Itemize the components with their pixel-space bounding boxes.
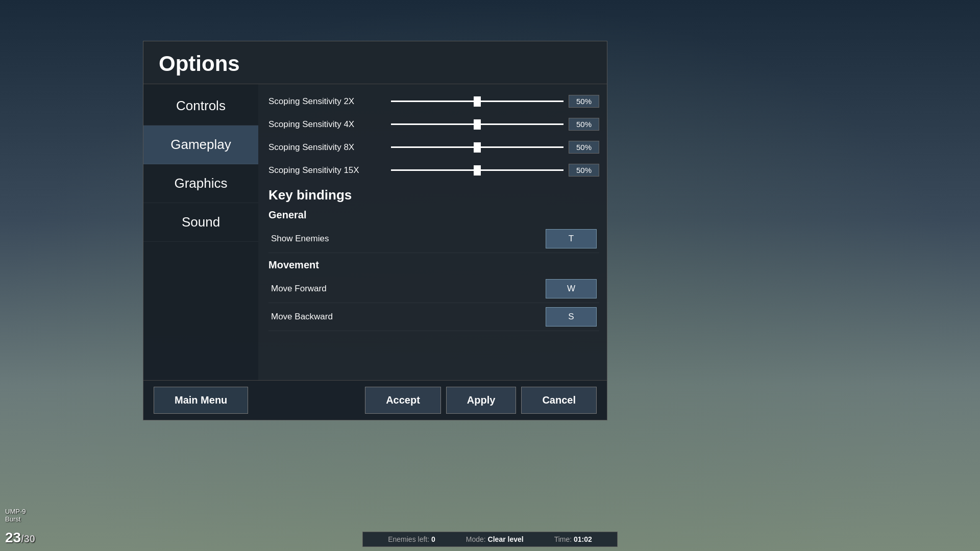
- sidebar-item-graphics[interactable]: Graphics: [143, 164, 258, 203]
- ammo-total: /30: [21, 533, 35, 544]
- hud-center-bar: Enemies left: 0 Mode: Clear level Time: …: [362, 532, 618, 547]
- options-dialog: Options Controls Gameplay Graphics Sound…: [143, 41, 607, 420]
- slider-track-1[interactable]: [391, 123, 564, 125]
- key-button-show-enemies[interactable]: T: [546, 229, 597, 248]
- keybind-row-show-enemies: Show Enemies T: [268, 225, 599, 253]
- slider-thumb-1[interactable]: [474, 119, 481, 130]
- main-menu-button[interactable]: Main Menu: [154, 387, 248, 414]
- slider-row-0: Scoping Sensitivity 2X 50%: [268, 92, 599, 111]
- slider-row-1: Scoping Sensitivity 4X 50%: [268, 115, 599, 134]
- slider-label-0: Scoping Sensitivity 2X: [268, 96, 386, 107]
- movement-heading: Movement: [268, 259, 599, 271]
- accept-button[interactable]: Accept: [365, 387, 441, 414]
- enemies-label: Enemies left:: [388, 535, 429, 543]
- footer-right: Accept Apply Cancel: [365, 387, 597, 414]
- main-content: Scoping Sensitivity 2X 50% Scoping Sensi…: [258, 84, 607, 380]
- dialog-body: Controls Gameplay Graphics Sound Scoping…: [143, 84, 607, 380]
- time-label: Time:: [554, 535, 572, 543]
- slider-label-3: Scoping Sensitivity 15X: [268, 165, 386, 176]
- keybindings-heading: Key bindings: [268, 187, 599, 203]
- slider-thumb-3[interactable]: [474, 165, 481, 176]
- hud-weapon-info: UMP-9 Burst: [5, 508, 26, 523]
- slider-track-0[interactable]: [391, 101, 564, 102]
- fire-mode: Burst: [5, 515, 26, 523]
- slider-value-0: 50%: [569, 95, 599, 108]
- dialog-title: Options: [159, 52, 592, 76]
- slider-label-2: Scoping Sensitivity 8X: [268, 142, 386, 153]
- keybind-row-move-backward: Move Backward S: [268, 303, 599, 331]
- time-value: 01:02: [574, 535, 592, 543]
- keybind-label-show-enemies: Show Enemies: [271, 234, 329, 244]
- mode-value: Clear level: [488, 535, 524, 543]
- slider-label-1: Scoping Sensitivity 4X: [268, 119, 386, 130]
- sidebar: Controls Gameplay Graphics Sound: [143, 84, 258, 380]
- slider-value-2: 50%: [569, 141, 599, 154]
- slider-thumb-0[interactable]: [474, 96, 481, 107]
- sidebar-item-sound[interactable]: Sound: [143, 203, 258, 242]
- hud-ammo: 23/30: [5, 530, 35, 546]
- mode-label: Mode:: [466, 535, 486, 543]
- footer-left: Main Menu: [154, 387, 248, 414]
- keybind-row-move-forward: Move Forward W: [268, 275, 599, 303]
- slider-track-3[interactable]: [391, 169, 564, 171]
- slider-value-3: 50%: [569, 164, 599, 177]
- enemies-value: 0: [431, 535, 435, 543]
- slider-row-3: Scoping Sensitivity 15X 50%: [268, 161, 599, 180]
- apply-button[interactable]: Apply: [446, 387, 517, 414]
- key-button-move-forward[interactable]: W: [546, 279, 597, 298]
- sidebar-item-controls[interactable]: Controls: [143, 87, 258, 126]
- slider-thumb-2[interactable]: [474, 142, 481, 153]
- enemies-info: Enemies left: 0: [388, 535, 435, 543]
- slider-value-1: 50%: [569, 118, 599, 131]
- slider-track-2[interactable]: [391, 146, 564, 148]
- general-heading: General: [268, 209, 599, 221]
- weapon-name: UMP-9: [5, 508, 26, 515]
- scroll-area[interactable]: Scoping Sensitivity 2X 50% Scoping Sensi…: [258, 89, 607, 375]
- sidebar-item-gameplay[interactable]: Gameplay: [143, 126, 258, 164]
- time-info: Time: 01:02: [554, 535, 592, 543]
- keybind-label-move-backward: Move Backward: [271, 312, 333, 322]
- slider-row-2: Scoping Sensitivity 8X 50%: [268, 138, 599, 157]
- dialog-header: Options: [143, 41, 607, 84]
- keybind-label-move-forward: Move Forward: [271, 284, 327, 294]
- key-button-move-backward[interactable]: S: [546, 307, 597, 327]
- mode-info: Mode: Clear level: [466, 535, 524, 543]
- dialog-footer: Main Menu Accept Apply Cancel: [143, 380, 607, 420]
- cancel-button[interactable]: Cancel: [521, 387, 597, 414]
- ammo-current: 23: [5, 530, 21, 545]
